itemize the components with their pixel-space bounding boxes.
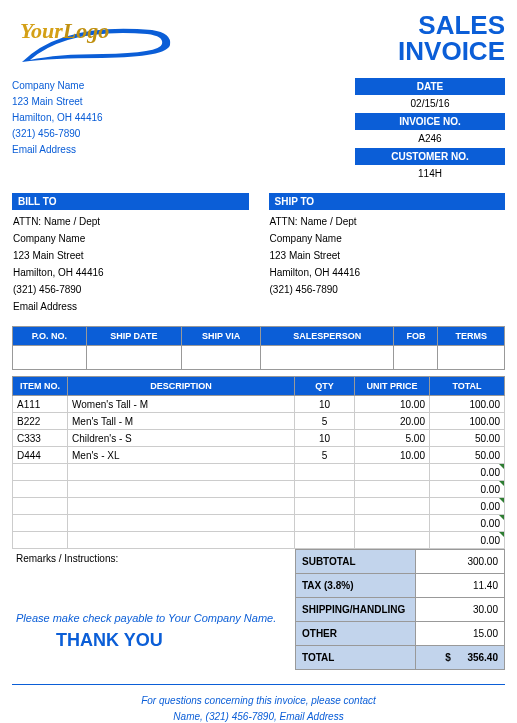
addresses: BILL TO ATTN: Name / Dept Company Name 1… [12,193,505,318]
shipto-street: 123 Main Street [270,247,505,264]
company-info: Company Name 123 Main Street Hamilton, O… [12,78,103,183]
item-no: A111 [13,396,68,413]
item-no: D444 [13,447,68,464]
item-total: 100.00 [430,396,505,413]
item-row-empty: 0.00 [13,515,505,532]
item-no: C333 [13,430,68,447]
item-unit: 10.00 [355,447,430,464]
billto-street: 123 Main Street [13,247,248,264]
invoice-no-label: INVOICE NO. [355,113,505,130]
shipping-value: 30.00 [416,598,505,622]
shipto-citystate: Hamilton, OH 44416 [270,264,505,281]
item-qty: 5 [295,413,355,430]
billto-company: Company Name [13,230,248,247]
item-desc: Men's - XL [68,447,295,464]
company-email: Email Address [12,142,103,158]
item-total-empty: 0.00 [430,464,505,481]
terms-header: TERMS [438,327,505,346]
item-total-empty: 0.00 [430,532,505,549]
shipto-company: Company Name [270,230,505,247]
itemno-header: ITEM NO. [13,377,68,396]
footer-line1: For questions concerning this invoice, p… [12,693,505,709]
logo: YourLogo [12,12,182,74]
customer-no-label: CUSTOMER NO. [355,148,505,165]
total-header: TOTAL [430,377,505,396]
item-desc: Men's Tall - M [68,413,295,430]
company-phone: (321) 456-7890 [12,126,103,142]
tax-label: TAX (3.8%) [296,574,416,598]
bill-to-header: BILL TO [12,193,249,210]
tax-value: 11.40 [416,574,505,598]
header: YourLogo SALES INVOICE [12,12,505,74]
item-unit: 5.00 [355,430,430,447]
item-unit: 20.00 [355,413,430,430]
subtotal-value: 300.00 [416,550,505,574]
item-row-empty: 0.00 [13,532,505,549]
desc-header: DESCRIPTION [68,377,295,396]
billto-citystate: Hamilton, OH 44416 [13,264,248,281]
thank-you: THANK YOU [56,630,291,651]
item-total-empty: 0.00 [430,498,505,515]
item-row-empty: 0.00 [13,481,505,498]
item-total: 100.00 [430,413,505,430]
shipping-row [13,346,505,370]
bottom-section: Remarks / Instructions: Please make chec… [12,549,505,670]
items-table: ITEM NO. DESCRIPTION QTY UNIT PRICE TOTA… [12,376,505,549]
top-section: Company Name 123 Main Street Hamilton, O… [12,78,505,183]
shipvia-header: SHIP VIA [181,327,260,346]
payable-text: Please make check payable to Your Compan… [16,612,291,624]
customer-no-value: 114H [355,165,505,183]
item-qty: 5 [295,447,355,464]
ship-to-block: SHIP TO ATTN: Name / Dept Company Name 1… [269,193,506,318]
remarks-label: Remarks / Instructions: [16,553,291,564]
other-value: 15.00 [416,622,505,646]
invoice-no-value: A246 [355,130,505,148]
item-row-empty: 0.00 [13,498,505,515]
subtotal-label: SUBTOTAL [296,550,416,574]
item-row: C333Children's - S105.0050.00 [13,430,505,447]
total-value: $ 356.40 [416,646,505,670]
billto-attn: ATTN: Name / Dept [13,213,248,230]
item-row: B222Men's Tall - M520.00100.00 [13,413,505,430]
unit-header: UNIT PRICE [355,377,430,396]
bill-to-block: BILL TO ATTN: Name / Dept Company Name 1… [12,193,249,318]
po-header: P.O. NO. [13,327,87,346]
shipto-phone: (321) 456-7890 [270,281,505,298]
logo-text: YourLogo [20,18,109,44]
shipping-table: P.O. NO. SHIP DATE SHIP VIA SALESPERSON … [12,326,505,370]
ship-to-header: SHIP TO [269,193,506,210]
shipto-attn: ATTN: Name / Dept [270,213,505,230]
item-row: A111Women's Tall - M1010.00100.00 [13,396,505,413]
company-citystate: Hamilton, OH 44416 [12,110,103,126]
item-unit: 10.00 [355,396,430,413]
footer-line2: Name, (321) 456-7890, Email Address [12,709,505,723]
item-total-empty: 0.00 [430,515,505,532]
total-label: TOTAL [296,646,416,670]
item-desc: Children's - S [68,430,295,447]
item-no: B222 [13,413,68,430]
shipdate-header: SHIP DATE [86,327,181,346]
billto-phone: (321) 456-7890 [13,281,248,298]
item-qty: 10 [295,396,355,413]
item-row-empty: 0.00 [13,464,505,481]
fob-header: FOB [394,327,438,346]
invoice-meta: DATE02/15/16 INVOICE NO.A246 CUSTOMER NO… [355,78,505,183]
other-label: OTHER [296,622,416,646]
item-row: D444Men's - XL510.0050.00 [13,447,505,464]
footer: For questions concerning this invoice, p… [12,684,505,723]
company-street: 123 Main Street [12,94,103,110]
qty-header: QTY [295,377,355,396]
item-qty: 10 [295,430,355,447]
billto-email: Email Address [13,298,248,315]
invoice-title: SALES INVOICE [398,12,505,64]
shipping-label: SHIPPING/HANDLING [296,598,416,622]
totals-table: SUBTOTAL300.00 TAX (3.8%)11.40 SHIPPING/… [295,549,505,670]
date-value: 02/15/16 [355,95,505,113]
item-total-empty: 0.00 [430,481,505,498]
item-desc: Women's Tall - M [68,396,295,413]
item-total: 50.00 [430,447,505,464]
date-label: DATE [355,78,505,95]
salesperson-header: SALESPERSON [261,327,394,346]
item-total: 50.00 [430,430,505,447]
